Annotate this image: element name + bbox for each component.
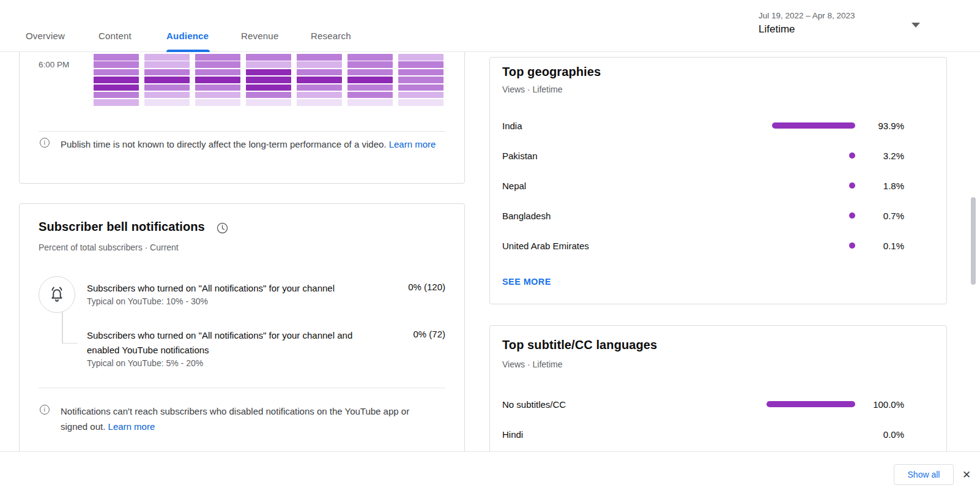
heatmap-cell[interactable] xyxy=(347,69,393,76)
cc-card-title: Top subtitle/CC languages xyxy=(502,338,657,352)
info-icon: i xyxy=(40,405,50,415)
heatmap-cell[interactable] xyxy=(347,61,393,68)
heatmap-cell[interactable] xyxy=(297,99,342,106)
heatmap-cell[interactable] xyxy=(195,69,240,76)
heatmap-cell[interactable] xyxy=(144,61,190,68)
heatmap-cell[interactable] xyxy=(195,92,240,99)
heatmap-cell[interactable] xyxy=(246,99,291,106)
heatmap-cell[interactable] xyxy=(144,77,190,83)
geo-bar xyxy=(772,122,855,129)
heatmap-cell[interactable] xyxy=(246,54,291,61)
analytics-header: Overview Content Audience Revenue Resear… xyxy=(0,0,980,52)
tab-overview[interactable]: Overview xyxy=(26,31,65,41)
heatmap-cell[interactable] xyxy=(246,85,291,91)
geo-row-label: Nepal xyxy=(502,181,767,191)
cc-row-label: No subtitles/CC xyxy=(502,399,767,410)
heatmap-cell[interactable] xyxy=(297,69,342,76)
heatmap-cell[interactable] xyxy=(94,92,139,99)
geo-card-title: Top geographies xyxy=(502,65,601,79)
bell-row-label: Subscribers who turned on "All notificat… xyxy=(87,281,377,296)
heatmap-cell[interactable] xyxy=(94,54,139,61)
heatmap-cell[interactable] xyxy=(246,92,291,99)
heatmap-cell[interactable] xyxy=(347,54,393,61)
geo-row: United Arab Emirates 0.1% xyxy=(502,239,904,252)
heatmap-cell[interactable] xyxy=(195,85,240,91)
bell-card-subtitle: Percent of total subscribers · Current xyxy=(39,242,179,252)
tab-revenue[interactable]: Revenue xyxy=(241,31,278,41)
period-label: Lifetime xyxy=(759,23,855,36)
heatmap-cell[interactable] xyxy=(195,99,240,106)
heatmap-cell[interactable] xyxy=(398,61,444,68)
geo-bar xyxy=(849,242,855,249)
geo-row-label: India xyxy=(502,121,767,131)
publish-time-note-text: Publish time is not known to directly af… xyxy=(61,139,387,149)
geo-row: Nepal 1.8% xyxy=(502,179,904,192)
heatmap-cell[interactable] xyxy=(246,61,291,68)
heatmap-cell[interactable] xyxy=(297,85,342,91)
geo-row-value: 0.1% xyxy=(867,241,904,251)
geo-card-subtitle: Views · Lifetime xyxy=(502,85,563,94)
heatmap-cell[interactable] xyxy=(246,69,291,76)
heatmap-cell[interactable] xyxy=(398,99,444,106)
geo-row-value: 3.2% xyxy=(867,151,904,161)
geo-row-value: 0.7% xyxy=(867,211,904,221)
heatmap-cell[interactable] xyxy=(195,61,240,68)
date-range-picker[interactable]: Jul 19, 2022 – Apr 8, 2023 Lifetime xyxy=(759,11,855,36)
heatmap-cell[interactable] xyxy=(347,92,393,99)
geo-row: Bangladesh 0.7% xyxy=(502,209,904,222)
heatmap-cell[interactable] xyxy=(398,85,444,91)
vertical-scrollbar-thumb[interactable] xyxy=(971,197,976,285)
heatmap-cell[interactable] xyxy=(297,54,342,61)
heatmap-cell[interactable] xyxy=(398,54,444,61)
close-icon[interactable]: ✕ xyxy=(958,466,975,483)
card-divider xyxy=(39,388,445,388)
heatmap-cell[interactable] xyxy=(297,77,342,83)
bell-badge xyxy=(39,276,75,313)
tab-audience[interactable]: Audience xyxy=(166,31,209,41)
heatmap-cell[interactable] xyxy=(347,99,393,106)
heatmap-cell[interactable] xyxy=(94,77,139,83)
see-more-link[interactable]: SEE MORE xyxy=(502,277,551,287)
heatmap-cell[interactable] xyxy=(94,85,139,91)
heatmap-cell[interactable] xyxy=(144,85,190,91)
learn-more-link[interactable]: Learn more xyxy=(108,421,155,432)
show-all-button[interactable]: Show all xyxy=(894,464,954,485)
clock-icon[interactable] xyxy=(217,222,228,234)
bell-row-label: Subscribers who turned on "All notificat… xyxy=(87,328,377,358)
heatmap-cell[interactable] xyxy=(195,54,240,61)
heatmap-cell[interactable] xyxy=(144,99,190,106)
heatmap-cell[interactable] xyxy=(94,69,139,76)
publish-time-heatmap xyxy=(94,54,444,106)
geo-bar xyxy=(849,182,855,189)
publish-time-note: Publish time is not known to directly af… xyxy=(61,137,441,152)
connector-line-vertical xyxy=(62,312,63,344)
heatmap-cell[interactable] xyxy=(195,77,240,83)
cc-row: No subtitles/CC 100.0% xyxy=(502,398,904,410)
heatmap-cell[interactable] xyxy=(144,54,190,61)
active-tab-indicator xyxy=(166,50,210,52)
bell-card-note: Notifications can't reach subscribers wh… xyxy=(61,404,437,434)
bell-row-value: 0% (120) xyxy=(408,282,445,292)
bell-card-title: Subscriber bell notifications xyxy=(39,220,205,234)
heatmap-cell[interactable] xyxy=(94,99,139,106)
bell-row-value: 0% (72) xyxy=(413,329,445,339)
chevron-down-icon[interactable] xyxy=(911,23,920,28)
card-divider xyxy=(39,131,445,132)
heatmap-cell[interactable] xyxy=(398,69,444,76)
heatmap-cell[interactable] xyxy=(347,85,393,91)
heatmap-cell[interactable] xyxy=(398,77,444,83)
heatmap-cell[interactable] xyxy=(347,77,393,83)
tab-research[interactable]: Research xyxy=(311,31,351,41)
cc-row-value: 0.0% xyxy=(867,429,904,440)
heatmap-cell[interactable] xyxy=(398,92,444,99)
heatmap-cell[interactable] xyxy=(94,61,139,68)
geo-row-label: United Arab Emirates xyxy=(502,241,767,251)
learn-more-link[interactable]: Learn more xyxy=(389,139,436,149)
heatmap-cell[interactable] xyxy=(297,61,342,68)
tab-content[interactable]: Content xyxy=(98,31,132,41)
heatmap-cell[interactable] xyxy=(246,77,291,83)
heatmap-cell[interactable] xyxy=(297,92,342,99)
heatmap-cell[interactable] xyxy=(144,69,190,76)
heatmap-cell[interactable] xyxy=(144,92,190,99)
bell-icon xyxy=(47,285,67,304)
